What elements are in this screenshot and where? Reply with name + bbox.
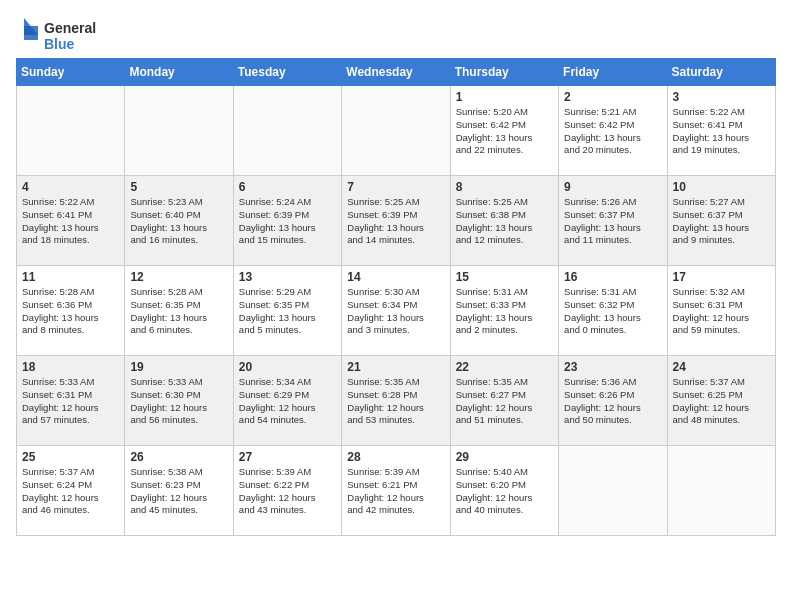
day-number: 24 bbox=[673, 360, 770, 374]
calendar-header-monday: Monday bbox=[125, 59, 233, 86]
calendar-cell: 28Sunrise: 5:39 AMSunset: 6:21 PMDayligh… bbox=[342, 446, 450, 536]
calendar-week-row: 1Sunrise: 5:20 AMSunset: 6:42 PMDaylight… bbox=[17, 86, 776, 176]
day-number: 21 bbox=[347, 360, 444, 374]
calendar-cell: 2Sunrise: 5:21 AMSunset: 6:42 PMDaylight… bbox=[559, 86, 667, 176]
calendar-cell bbox=[342, 86, 450, 176]
calendar-week-row: 11Sunrise: 5:28 AMSunset: 6:36 PMDayligh… bbox=[17, 266, 776, 356]
svg-text:Blue: Blue bbox=[44, 36, 75, 52]
logo-svg: General Blue bbox=[16, 16, 106, 54]
day-info: Sunrise: 5:21 AMSunset: 6:42 PMDaylight:… bbox=[564, 106, 661, 157]
day-number: 29 bbox=[456, 450, 553, 464]
calendar-cell: 5Sunrise: 5:23 AMSunset: 6:40 PMDaylight… bbox=[125, 176, 233, 266]
calendar-cell: 3Sunrise: 5:22 AMSunset: 6:41 PMDaylight… bbox=[667, 86, 775, 176]
calendar-cell: 17Sunrise: 5:32 AMSunset: 6:31 PMDayligh… bbox=[667, 266, 775, 356]
day-info: Sunrise: 5:20 AMSunset: 6:42 PMDaylight:… bbox=[456, 106, 553, 157]
day-info: Sunrise: 5:24 AMSunset: 6:39 PMDaylight:… bbox=[239, 196, 336, 247]
day-number: 18 bbox=[22, 360, 119, 374]
calendar-cell: 15Sunrise: 5:31 AMSunset: 6:33 PMDayligh… bbox=[450, 266, 558, 356]
calendar-cell: 29Sunrise: 5:40 AMSunset: 6:20 PMDayligh… bbox=[450, 446, 558, 536]
calendar-cell: 10Sunrise: 5:27 AMSunset: 6:37 PMDayligh… bbox=[667, 176, 775, 266]
day-number: 10 bbox=[673, 180, 770, 194]
day-number: 13 bbox=[239, 270, 336, 284]
calendar-cell: 16Sunrise: 5:31 AMSunset: 6:32 PMDayligh… bbox=[559, 266, 667, 356]
calendar-header-sunday: Sunday bbox=[17, 59, 125, 86]
day-info: Sunrise: 5:31 AMSunset: 6:32 PMDaylight:… bbox=[564, 286, 661, 337]
day-info: Sunrise: 5:28 AMSunset: 6:36 PMDaylight:… bbox=[22, 286, 119, 337]
day-number: 5 bbox=[130, 180, 227, 194]
day-number: 20 bbox=[239, 360, 336, 374]
day-info: Sunrise: 5:40 AMSunset: 6:20 PMDaylight:… bbox=[456, 466, 553, 517]
day-info: Sunrise: 5:37 AMSunset: 6:24 PMDaylight:… bbox=[22, 466, 119, 517]
calendar-week-row: 4Sunrise: 5:22 AMSunset: 6:41 PMDaylight… bbox=[17, 176, 776, 266]
day-number: 15 bbox=[456, 270, 553, 284]
day-info: Sunrise: 5:22 AMSunset: 6:41 PMDaylight:… bbox=[22, 196, 119, 247]
day-info: Sunrise: 5:39 AMSunset: 6:22 PMDaylight:… bbox=[239, 466, 336, 517]
calendar-cell: 12Sunrise: 5:28 AMSunset: 6:35 PMDayligh… bbox=[125, 266, 233, 356]
calendar-cell: 21Sunrise: 5:35 AMSunset: 6:28 PMDayligh… bbox=[342, 356, 450, 446]
calendar-header-wednesday: Wednesday bbox=[342, 59, 450, 86]
day-info: Sunrise: 5:34 AMSunset: 6:29 PMDaylight:… bbox=[239, 376, 336, 427]
day-number: 11 bbox=[22, 270, 119, 284]
day-number: 12 bbox=[130, 270, 227, 284]
calendar-cell: 25Sunrise: 5:37 AMSunset: 6:24 PMDayligh… bbox=[17, 446, 125, 536]
day-info: Sunrise: 5:32 AMSunset: 6:31 PMDaylight:… bbox=[673, 286, 770, 337]
day-number: 27 bbox=[239, 450, 336, 464]
header: General Blue bbox=[16, 16, 776, 54]
calendar-cell: 19Sunrise: 5:33 AMSunset: 6:30 PMDayligh… bbox=[125, 356, 233, 446]
day-number: 2 bbox=[564, 90, 661, 104]
day-number: 19 bbox=[130, 360, 227, 374]
day-number: 6 bbox=[239, 180, 336, 194]
day-info: Sunrise: 5:39 AMSunset: 6:21 PMDaylight:… bbox=[347, 466, 444, 517]
day-info: Sunrise: 5:29 AMSunset: 6:35 PMDaylight:… bbox=[239, 286, 336, 337]
day-number: 25 bbox=[22, 450, 119, 464]
day-number: 3 bbox=[673, 90, 770, 104]
day-info: Sunrise: 5:25 AMSunset: 6:38 PMDaylight:… bbox=[456, 196, 553, 247]
calendar-cell bbox=[667, 446, 775, 536]
calendar-cell bbox=[17, 86, 125, 176]
day-number: 8 bbox=[456, 180, 553, 194]
calendar-week-row: 18Sunrise: 5:33 AMSunset: 6:31 PMDayligh… bbox=[17, 356, 776, 446]
calendar-cell: 20Sunrise: 5:34 AMSunset: 6:29 PMDayligh… bbox=[233, 356, 341, 446]
day-info: Sunrise: 5:35 AMSunset: 6:27 PMDaylight:… bbox=[456, 376, 553, 427]
day-info: Sunrise: 5:23 AMSunset: 6:40 PMDaylight:… bbox=[130, 196, 227, 247]
day-number: 28 bbox=[347, 450, 444, 464]
calendar-cell: 11Sunrise: 5:28 AMSunset: 6:36 PMDayligh… bbox=[17, 266, 125, 356]
calendar-header-tuesday: Tuesday bbox=[233, 59, 341, 86]
calendar-cell: 26Sunrise: 5:38 AMSunset: 6:23 PMDayligh… bbox=[125, 446, 233, 536]
calendar-cell: 23Sunrise: 5:36 AMSunset: 6:26 PMDayligh… bbox=[559, 356, 667, 446]
day-info: Sunrise: 5:27 AMSunset: 6:37 PMDaylight:… bbox=[673, 196, 770, 247]
calendar-cell: 27Sunrise: 5:39 AMSunset: 6:22 PMDayligh… bbox=[233, 446, 341, 536]
day-info: Sunrise: 5:30 AMSunset: 6:34 PMDaylight:… bbox=[347, 286, 444, 337]
day-info: Sunrise: 5:33 AMSunset: 6:31 PMDaylight:… bbox=[22, 376, 119, 427]
day-number: 23 bbox=[564, 360, 661, 374]
day-number: 26 bbox=[130, 450, 227, 464]
day-info: Sunrise: 5:22 AMSunset: 6:41 PMDaylight:… bbox=[673, 106, 770, 157]
day-number: 17 bbox=[673, 270, 770, 284]
calendar-header-row: SundayMondayTuesdayWednesdayThursdayFrid… bbox=[17, 59, 776, 86]
day-info: Sunrise: 5:38 AMSunset: 6:23 PMDaylight:… bbox=[130, 466, 227, 517]
day-info: Sunrise: 5:26 AMSunset: 6:37 PMDaylight:… bbox=[564, 196, 661, 247]
day-info: Sunrise: 5:28 AMSunset: 6:35 PMDaylight:… bbox=[130, 286, 227, 337]
calendar-cell: 8Sunrise: 5:25 AMSunset: 6:38 PMDaylight… bbox=[450, 176, 558, 266]
day-info: Sunrise: 5:25 AMSunset: 6:39 PMDaylight:… bbox=[347, 196, 444, 247]
day-info: Sunrise: 5:31 AMSunset: 6:33 PMDaylight:… bbox=[456, 286, 553, 337]
day-info: Sunrise: 5:35 AMSunset: 6:28 PMDaylight:… bbox=[347, 376, 444, 427]
svg-rect-3 bbox=[24, 26, 38, 40]
calendar-cell: 6Sunrise: 5:24 AMSunset: 6:39 PMDaylight… bbox=[233, 176, 341, 266]
calendar-table: SundayMondayTuesdayWednesdayThursdayFrid… bbox=[16, 58, 776, 536]
calendar-cell: 22Sunrise: 5:35 AMSunset: 6:27 PMDayligh… bbox=[450, 356, 558, 446]
calendar-cell: 18Sunrise: 5:33 AMSunset: 6:31 PMDayligh… bbox=[17, 356, 125, 446]
calendar-week-row: 25Sunrise: 5:37 AMSunset: 6:24 PMDayligh… bbox=[17, 446, 776, 536]
day-number: 14 bbox=[347, 270, 444, 284]
calendar-header-friday: Friday bbox=[559, 59, 667, 86]
calendar-header-saturday: Saturday bbox=[667, 59, 775, 86]
logo: General Blue bbox=[16, 16, 106, 54]
calendar-cell: 4Sunrise: 5:22 AMSunset: 6:41 PMDaylight… bbox=[17, 176, 125, 266]
day-number: 1 bbox=[456, 90, 553, 104]
calendar-cell: 14Sunrise: 5:30 AMSunset: 6:34 PMDayligh… bbox=[342, 266, 450, 356]
day-number: 9 bbox=[564, 180, 661, 194]
svg-text:General: General bbox=[44, 20, 96, 36]
calendar-cell bbox=[125, 86, 233, 176]
day-info: Sunrise: 5:36 AMSunset: 6:26 PMDaylight:… bbox=[564, 376, 661, 427]
day-number: 4 bbox=[22, 180, 119, 194]
